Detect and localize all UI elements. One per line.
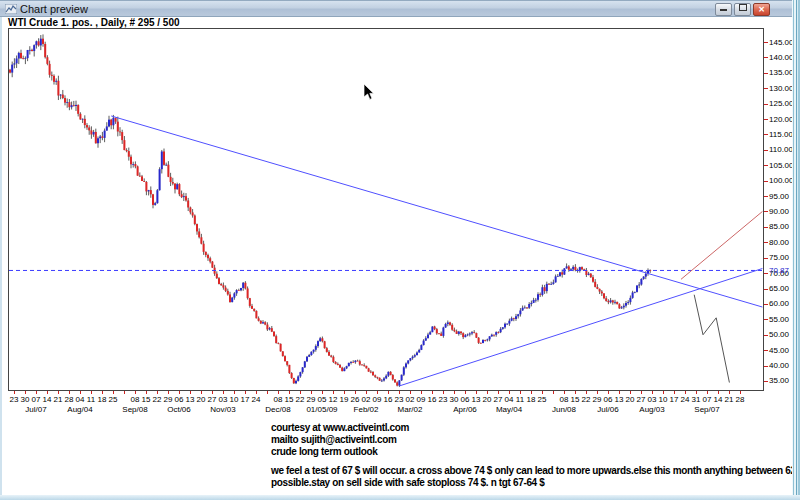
x-tick-mark — [421, 391, 422, 394]
x-tick-mark — [179, 391, 180, 394]
x-axis-month-label: Sep/08 — [115, 405, 155, 414]
x-tick-mark — [707, 391, 708, 394]
x-tick-mark — [366, 391, 367, 394]
y-tick-mark — [764, 366, 768, 367]
x-tick-mark — [553, 391, 554, 394]
x-tick-mark — [58, 391, 59, 394]
x-axis-month-label: May/04 — [489, 405, 529, 414]
titlebar[interactable]: Chart preview ✕ — [0, 0, 800, 17]
x-tick-mark — [212, 391, 213, 394]
restore-button[interactable] — [734, 3, 751, 16]
x-tick-mark — [47, 391, 48, 394]
y-tick-mark — [764, 211, 768, 212]
chart-title-bar-text: WTI Crude 1. pos. , Daily, # 295 / 500 — [8, 17, 180, 28]
x-tick-mark — [36, 391, 37, 394]
y-tick-mark — [764, 319, 768, 320]
close-icon: ✕ — [758, 5, 765, 14]
y-axis-tick-label: 130.00 — [769, 84, 793, 93]
x-axis-month-label: Apr/06 — [445, 405, 485, 414]
x-tick-mark — [80, 391, 81, 394]
chart-preview-window: Chart preview ✕ WTI Crude 1. pos. , Dail… — [0, 0, 800, 500]
y-axis-tick-label: 145.00 — [769, 38, 793, 47]
window-title: Chart preview — [20, 3, 88, 15]
x-axis-month-label: Sep/07 — [687, 405, 727, 414]
x-tick-mark — [641, 391, 642, 394]
y-tick-mark — [764, 181, 768, 182]
window-border-right — [792, 0, 800, 500]
y-tick-mark — [764, 73, 768, 74]
x-tick-mark — [542, 391, 543, 394]
y-axis-tick-label: 110.00 — [769, 145, 793, 154]
y-axis-tick-label: 125.00 — [769, 99, 793, 108]
y-axis-tick-label: 140.00 — [769, 53, 793, 62]
x-tick-mark — [333, 391, 334, 394]
y-axis-tick-label: 65.00 — [769, 284, 789, 293]
y-tick-mark — [764, 304, 768, 305]
x-tick-mark — [168, 391, 169, 394]
x-tick-mark — [135, 391, 136, 394]
x-tick-mark — [322, 391, 323, 394]
x-tick-mark — [410, 391, 411, 394]
mouse-cursor-icon — [363, 84, 375, 102]
x-tick-mark — [520, 391, 521, 394]
y-axis-tick-label: 115.00 — [769, 130, 793, 139]
y-tick-mark — [764, 42, 768, 43]
x-tick-mark — [432, 391, 433, 394]
x-axis-month-label: Dec/08 — [258, 405, 298, 414]
y-axis-tick-label: 60.00 — [769, 299, 789, 308]
x-tick-mark — [91, 391, 92, 394]
x-tick-mark — [531, 391, 532, 394]
x-tick-mark — [476, 391, 477, 394]
x-tick-mark — [443, 391, 444, 394]
annotation-line: crude long term outlook — [271, 446, 800, 458]
y-axis-tick-label: 80.00 — [769, 238, 789, 247]
x-tick-mark — [344, 391, 345, 394]
y-tick-mark — [764, 289, 768, 290]
x-axis-day-label: 24 — [248, 395, 264, 404]
x-tick-mark — [630, 391, 631, 394]
x-axis-month-label: Mar/02 — [390, 405, 430, 414]
x-tick-mark — [311, 391, 312, 394]
window-border-left — [0, 17, 2, 500]
price-chart[interactable] — [8, 28, 764, 391]
x-tick-mark — [652, 391, 653, 394]
x-tick-mark — [146, 391, 147, 394]
y-tick-mark — [764, 119, 768, 120]
x-tick-mark — [267, 391, 268, 394]
x-tick-mark — [113, 391, 114, 394]
y-axis-tick-label: 90.00 — [769, 207, 789, 216]
x-tick-mark — [608, 391, 609, 394]
y-axis-tick-label: 45.00 — [769, 346, 789, 355]
x-axis-month-label: Jun/08 — [544, 405, 584, 414]
x-tick-mark — [388, 391, 389, 394]
x-tick-mark — [487, 391, 488, 394]
x-tick-mark — [509, 391, 510, 394]
annotation-line: courtesy at www.activeintl.com — [271, 422, 800, 434]
x-tick-mark — [597, 391, 598, 394]
chart-icon — [5, 4, 17, 14]
x-tick-mark — [729, 391, 730, 394]
x-tick-mark — [201, 391, 202, 394]
x-tick-mark — [190, 391, 191, 394]
minimize-icon — [720, 9, 727, 11]
x-axis-day-label: 25 — [105, 395, 121, 404]
restore-icon — [739, 4, 747, 11]
y-axis-tick-label: 135.00 — [769, 68, 793, 77]
x-tick-mark — [465, 391, 466, 394]
x-tick-mark — [234, 391, 235, 394]
x-axis-month-label: Jul/07 — [16, 405, 56, 414]
y-tick-mark — [764, 196, 768, 197]
annotation-outlook-line: possible.stay on sell side with safe sto… — [271, 477, 800, 489]
x-tick-mark — [718, 391, 719, 394]
x-tick-mark — [25, 391, 26, 394]
y-tick-mark — [764, 88, 768, 89]
y-axis-tick-label: 120.00 — [769, 115, 793, 124]
y-axis-tick-label: 40.00 — [769, 361, 789, 370]
y-tick-mark — [764, 134, 768, 135]
x-axis-day-label: 28 — [732, 395, 748, 404]
x-tick-mark — [223, 391, 224, 394]
y-axis-tick-label: 85.00 — [769, 222, 789, 231]
minimize-button[interactable] — [715, 3, 732, 16]
close-button[interactable]: ✕ — [753, 3, 770, 16]
x-tick-mark — [124, 391, 125, 394]
